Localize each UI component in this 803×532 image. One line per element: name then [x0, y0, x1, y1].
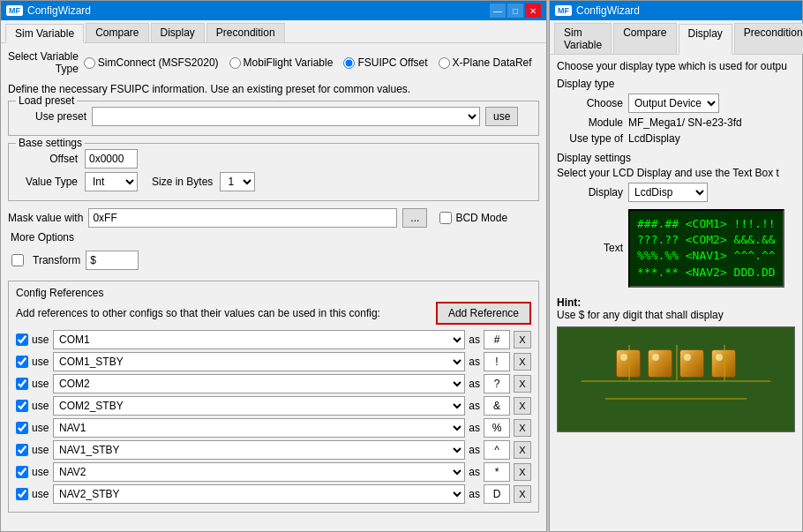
main-window: MF ConfigWizard — □ ✕ Sim Variable Compa… — [0, 0, 547, 532]
ref-checkbox-1[interactable] — [16, 356, 28, 368]
radio-mobiflight[interactable]: MobiFlight Variable — [229, 56, 334, 69]
ref-checkbox-3[interactable] — [16, 400, 28, 412]
ref-delete-2[interactable]: X — [514, 375, 531, 393]
ref-use-label-2: use — [32, 378, 49, 390]
text-row: Text ###.## <COM1> !!!.!! ???.?? <COM2> … — [557, 206, 795, 291]
hint-text: Use $ for any digit that shall display — [557, 309, 724, 321]
right-tab-compare[interactable]: Compare — [613, 23, 676, 54]
ref-select-0[interactable]: COM1 — [53, 330, 465, 349]
ref-delete-3[interactable]: X — [514, 397, 531, 415]
ref-delete-5[interactable]: X — [514, 441, 531, 459]
right-tab-precondition[interactable]: Precondition — [734, 23, 803, 54]
mask-input[interactable] — [88, 208, 397, 228]
ref-checkbox-4[interactable] — [16, 422, 28, 434]
config-ref-title: Config References — [16, 287, 531, 299]
add-reference-button[interactable]: Add Reference — [436, 302, 531, 325]
ref-select-5[interactable]: NAV1_STBY — [53, 440, 465, 460]
ref-symbol-4[interactable] — [484, 418, 510, 438]
main-title-bar: MF ConfigWizard — □ ✕ — [1, 1, 546, 20]
tab-sim-variable[interactable]: Sim Variable — [5, 24, 84, 43]
preset-select[interactable] — [92, 107, 480, 126]
close-button[interactable]: ✕ — [525, 4, 541, 18]
bcd-mode-checkbox[interactable] — [439, 212, 452, 224]
ref-delete-6[interactable]: X — [514, 463, 531, 481]
use-preset-button[interactable]: use — [485, 107, 518, 126]
value-type-row: Value Type Int Float String Byte Size in… — [16, 172, 531, 191]
value-type-select[interactable]: Int Float String Byte — [85, 172, 138, 191]
ref-select-1[interactable]: COM1_STBY — [53, 352, 465, 371]
preset-label: Use preset — [16, 110, 86, 123]
ref-as-label-5: as — [469, 444, 480, 456]
tab-precondition[interactable]: Precondition — [206, 23, 285, 42]
ref-as-label-1: as — [469, 356, 480, 368]
transform-checkbox[interactable] — [11, 254, 24, 266]
size-label: Size in Bytes — [152, 176, 213, 188]
load-preset-title: Load preset — [16, 94, 77, 107]
offset-row: Offset — [16, 149, 531, 169]
config-ref-desc-row: Add references to other configs so that … — [16, 302, 531, 325]
main-content: Select VariableType SimConnect (MSFS2020… — [1, 43, 546, 531]
value-type-label: Value Type — [16, 176, 78, 188]
ref-checkbox-5[interactable] — [16, 444, 28, 456]
ref-symbol-6[interactable] — [484, 462, 510, 482]
radio-fsuipc[interactable]: FSUIPC Offset — [343, 56, 427, 69]
ref-symbol-1[interactable] — [484, 352, 510, 371]
ref-delete-0[interactable]: X — [514, 331, 531, 348]
ref-select-2[interactable]: COM2 — [53, 374, 465, 393]
right-content: Choose your display type which is used f… — [550, 55, 802, 531]
ref-symbol-2[interactable] — [484, 374, 510, 393]
mask-ellipsis-button[interactable]: ... — [402, 208, 427, 228]
ref-as-label-0: as — [469, 333, 480, 346]
use-type-label: Use type of — [557, 132, 623, 145]
ref-select-4[interactable]: NAV1 — [53, 418, 465, 438]
ref-symbol-0[interactable] — [484, 330, 510, 349]
maximize-button[interactable]: □ — [507, 4, 523, 18]
ref-select-7[interactable]: NAV2_STBY — [53, 484, 465, 504]
hint-section: Hint: Use $ for any digit that shall dis… — [557, 296, 795, 321]
tab-display[interactable]: Display — [151, 23, 205, 42]
offset-label: Offset — [16, 153, 78, 165]
transform-row: Transform — [11, 251, 539, 270]
ref-as-label-3: as — [469, 400, 480, 412]
ref-delete-1[interactable]: X — [514, 353, 531, 371]
radio-xplane[interactable]: X-Plane DataRef — [439, 56, 532, 69]
module-row: Module MF_Mega1/ SN-e23-3fd — [557, 116, 795, 129]
ref-symbol-3[interactable] — [484, 396, 510, 416]
ref-row-5: use NAV1_STBY as X — [16, 440, 531, 460]
lcd-line-1: ???.?? <COM2> &&&.&& — [637, 232, 776, 248]
text-label: Text — [557, 242, 623, 254]
mask-label: Mask value with — [8, 212, 83, 224]
bcd-mode-row[interactable]: BCD Mode — [439, 212, 507, 224]
display-settings-title: Display settings — [557, 152, 795, 164]
ref-select-6[interactable]: NAV2 — [53, 462, 465, 482]
ref-symbol-5[interactable] — [484, 440, 510, 460]
ref-select-3[interactable]: COM2_STBY — [53, 396, 465, 416]
size-select[interactable]: 1 2 4 8 — [220, 172, 255, 191]
ref-checkbox-0[interactable] — [16, 333, 28, 346]
select-var-label: Select VariableType — [8, 50, 79, 75]
pcb-line-4 — [724, 345, 725, 380]
ref-checkbox-7[interactable] — [16, 488, 28, 500]
ref-use-label-4: use — [32, 422, 49, 434]
ref-delete-7[interactable]: X — [514, 485, 531, 503]
right-tab-sim-variable[interactable]: Sim Variable — [554, 23, 612, 54]
transform-input[interactable] — [86, 251, 139, 270]
minimize-button[interactable]: — — [490, 4, 506, 18]
ref-symbol-7[interactable] — [484, 484, 510, 504]
offset-input[interactable] — [85, 149, 138, 169]
ref-delete-4[interactable]: X — [514, 419, 531, 437]
choose-select[interactable]: Output Device Servo Stepper LED — [628, 94, 719, 113]
ref-checkbox-6[interactable] — [16, 466, 28, 478]
right-title-bar: MF ConfigWizard — [550, 1, 802, 20]
pcb-line-3 — [676, 345, 678, 380]
ref-checkbox-2[interactable] — [16, 378, 28, 390]
right-tab-display[interactable]: Display — [679, 24, 732, 55]
ref-as-label-7: as — [469, 488, 480, 500]
right-tab-bar: Sim Variable Compare Display Preconditio… — [550, 20, 802, 55]
radio-simconnect[interactable]: SimConnect (MSFS2020) — [84, 56, 219, 69]
base-settings-title: Base settings — [16, 137, 85, 149]
tab-compare[interactable]: Compare — [86, 23, 148, 42]
display-select[interactable]: LcdDisp — [628, 183, 708, 202]
lcd-line-0: ###.## <COM1> !!!.!! — [637, 216, 776, 232]
display-type-section: Display type Choose Output Device Servo … — [557, 78, 795, 145]
